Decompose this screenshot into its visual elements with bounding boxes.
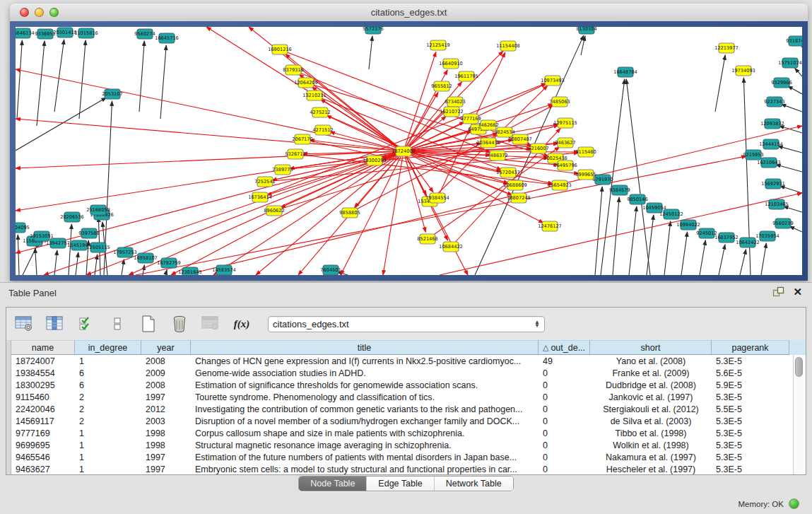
table-cell[interactable]: Franke et al. (2009): [590, 368, 712, 378]
graph-edge[interactable]: [139, 41, 144, 112]
table-cell[interactable]: 0: [539, 368, 590, 378]
graph-node[interactable]: 6734023: [445, 97, 465, 107]
graph-node[interactable]: 12093832: [760, 119, 784, 129]
delete-table-button[interactable]: [200, 313, 221, 334]
table-cell[interactable]: 2009: [141, 368, 191, 378]
graph-node[interactable]: 8999655: [575, 170, 596, 180]
graph-edge[interactable]: [16, 98, 106, 151]
graph-edge[interactable]: [581, 36, 585, 55]
graph-edge[interactable]: [789, 226, 802, 232]
table-row[interactable]: 969969511998Structural magnetic resonanc…: [6, 439, 793, 451]
table-row[interactable]: 1456911722003Disruption of a novel membe…: [6, 415, 793, 427]
table-cell[interactable]: 2: [75, 416, 141, 426]
tab-network-table[interactable]: Network Table: [435, 477, 513, 491]
table-cell[interactable]: 5.3E-5: [712, 356, 789, 366]
table-row[interactable]: 1872400712008Changes of HCN gene express…: [6, 355, 793, 367]
network-canvas[interactable]: 2053107206717038245344271512427521253267…: [16, 27, 802, 275]
graph-node[interactable]: 15751074: [778, 58, 802, 68]
table-cell[interactable]: 2008: [141, 356, 191, 366]
table-row[interactable]: 946362711997Embryonic stem cells: a mode…: [6, 463, 793, 474]
table-row[interactable]: 977716911998Corpus callosum shape and si…: [6, 427, 793, 439]
graph-node[interactable]: 9318743: [786, 36, 802, 46]
graph-node[interactable]: 16958107: [134, 253, 158, 263]
table-cell[interactable]: 9777169: [11, 428, 75, 438]
graph-node[interactable]: 10994022: [676, 220, 700, 230]
graph-node[interactable]: 9397588: [78, 228, 99, 238]
graph-node[interactable]: 8521468: [417, 234, 437, 244]
graph-node[interactable]: 9463627: [555, 138, 575, 148]
table-cell[interactable]: 5.3E-5: [712, 440, 789, 450]
graph-node[interactable]: 8960622: [264, 206, 284, 216]
graph-edge[interactable]: [761, 243, 766, 275]
table-cell[interactable]: 9115460: [11, 392, 75, 402]
graph-node[interactable]: 9858805: [339, 208, 360, 218]
graph-node[interactable]: 6216007: [528, 144, 548, 153]
table-cell[interactable]: Disruption of a novel member of a sodium…: [191, 416, 539, 426]
table-cell[interactable]: 14569117: [11, 416, 75, 426]
table-cell[interactable]: Estimation of significance thresholds fo…: [191, 380, 539, 390]
table-cell[interactable]: Jankovic et al. (1997): [590, 392, 712, 402]
table-cell[interactable]: 22420046: [11, 404, 75, 414]
table-cell[interactable]: 5.3E-5: [712, 428, 789, 438]
graph-edge[interactable]: [16, 151, 404, 253]
graph-node[interactable]: 16640910: [439, 59, 463, 69]
graph-edge[interactable]: [206, 27, 404, 151]
show-columns-button[interactable]: [45, 313, 66, 334]
citation-network-graph[interactable]: 2053107206717038245344271512427521253267…: [16, 27, 802, 275]
graph-edge[interactable]: [740, 250, 746, 275]
graph-edge[interactable]: [369, 36, 372, 69]
graph-edge[interactable]: [122, 259, 124, 275]
graph-node[interactable]: 9329966: [771, 78, 792, 88]
graph-edge[interactable]: [160, 45, 166, 119]
table-cell[interactable]: Dudbridge et al. (2008): [590, 380, 712, 390]
graph-node[interactable]: 9777169: [460, 114, 481, 124]
delete-column-button[interactable]: [169, 313, 190, 334]
graph-node[interactable]: 3824534: [494, 127, 514, 137]
graph-node[interactable]: 12125419: [426, 40, 450, 50]
graph-edge[interactable]: [404, 52, 436, 151]
table-cell[interactable]: Estimation of the future numbers of pati…: [191, 452, 539, 462]
table-cell[interactable]: 18724007: [11, 356, 75, 366]
graph-node[interactable]: 16646134: [16, 28, 35, 38]
graph-edge[interactable]: [795, 68, 802, 76]
float-panel-icon[interactable]: [772, 286, 784, 298]
table-cell[interactable]: 19384554: [11, 368, 75, 378]
table-cell[interactable]: 9463627: [11, 465, 75, 474]
table-row[interactable]: 946554611997Estimation of the future num…: [6, 451, 793, 463]
graph-edge[interactable]: [788, 86, 802, 94]
graph-node[interactable]: 7462662: [478, 120, 498, 130]
graph-node[interactable]: 15692931: [761, 179, 785, 189]
graph-edge[interactable]: [136, 156, 746, 275]
graph-node[interactable]: 8130304: [576, 27, 596, 34]
table-cell[interactable]: Corpus callosum shape and size in male p…: [191, 428, 539, 438]
memory-status-icon[interactable]: [789, 498, 799, 509]
graph-node[interactable]: 12975115: [553, 118, 577, 128]
tab-edge-table[interactable]: Edge Table: [367, 477, 434, 491]
table-cell[interactable]: Embryonic stem cells: a model to study s…: [191, 465, 539, 474]
graph-node[interactable]: 4271512: [312, 125, 333, 135]
table-cell[interactable]: 6: [75, 380, 141, 390]
table-row[interactable]: 2242004622012Investigating the contribut…: [6, 403, 793, 415]
scrollbar-thumb[interactable]: [795, 357, 803, 377]
table-cell[interactable]: Yano et al. (2008): [590, 356, 712, 366]
graph-edge[interactable]: [165, 270, 167, 275]
column-header-in_degree[interactable]: in_degree: [75, 340, 141, 355]
graph-node[interactable]: 7389773: [272, 165, 293, 175]
function-builder-button[interactable]: f(x): [231, 313, 252, 334]
graph-node[interactable]: 16210722: [440, 107, 464, 117]
table-cell[interactable]: Hescheler et al. (1997): [590, 465, 712, 474]
graph-edge[interactable]: [37, 41, 45, 126]
graph-node[interactable]: 16648784: [613, 67, 637, 77]
graph-edge[interactable]: [681, 232, 688, 275]
graph-node[interactable]: 8215953: [743, 150, 763, 160]
table-cell[interactable]: Investigating the contribution of common…: [191, 404, 539, 414]
graph-edge[interactable]: [54, 40, 64, 112]
graph-node[interactable]: 11015816: [74, 28, 98, 38]
table-cell[interactable]: 0: [539, 440, 590, 450]
graph-node[interactable]: 16645716: [155, 33, 179, 43]
table-cell[interactable]: 2012: [141, 404, 191, 414]
table-cell[interactable]: 5.9E-5: [712, 380, 789, 390]
column-header-pagerank[interactable]: pagerank: [712, 340, 789, 355]
table-cell[interactable]: 0: [539, 428, 590, 438]
table-cell[interactable]: 18300295: [11, 380, 75, 390]
